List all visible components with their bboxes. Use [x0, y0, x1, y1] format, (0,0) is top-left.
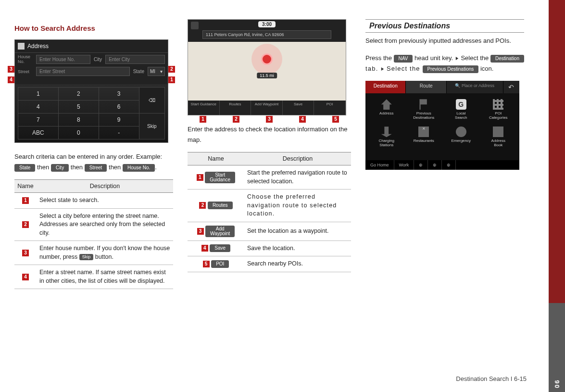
col2-th-desc: Description: [244, 152, 351, 165]
map-btn-poi[interactable]: POI: [314, 101, 346, 115]
prev-dest-steps: Press the NAV head unit key. Select the …: [365, 53, 524, 74]
m-row2-btn: Routes: [208, 202, 233, 209]
home-icon: [18, 43, 25, 50]
key-backspace[interactable]: ⌫: [139, 88, 164, 114]
page-footer: Destination Search I 6-15: [456, 375, 527, 382]
m-row2-num: 2: [199, 202, 206, 209]
callout-2: 2: [168, 66, 175, 73]
example-state-button: State: [14, 164, 35, 172]
tab-destination[interactable]: Destination: [365, 81, 405, 93]
flag-icon: [418, 99, 429, 110]
map-callout-4: 4: [299, 116, 306, 123]
row2-num: 2: [22, 221, 29, 228]
key-9[interactable]: 9: [99, 114, 139, 126]
home-icon: [381, 99, 392, 110]
nav-key-button: NAV: [394, 55, 413, 63]
callout-3: 3: [8, 66, 14, 73]
key-1[interactable]: 1: [18, 88, 59, 101]
bottom-add-3[interactable]: ⊕: [442, 160, 456, 170]
key-0[interactable]: 0: [58, 126, 99, 139]
key-8[interactable]: 8: [58, 114, 99, 126]
tab-route[interactable]: Route: [406, 81, 446, 93]
skip-button-ref: Skip: [79, 254, 94, 260]
m-row3-desc: Set the location as a waypoint.: [244, 222, 351, 240]
bottom-go-home[interactable]: Go Home: [365, 160, 394, 170]
grid-poi[interactable]: POI Categories: [480, 96, 517, 123]
book-icon: [493, 126, 503, 137]
previous-destinations-heading: Previous Destinations: [365, 19, 524, 33]
m-row3-num: 3: [197, 228, 204, 235]
row1-num: 1: [22, 197, 29, 204]
key-2[interactable]: 2: [58, 88, 99, 101]
grid-addressbook[interactable]: Address Book: [480, 124, 517, 150]
phone-icon: [456, 126, 466, 137]
page-side-rail: 06: [549, 0, 565, 392]
key-dash[interactable]: -: [99, 126, 139, 139]
grid-emergency[interactable]: Emergency: [443, 124, 479, 150]
row3-desc: Enter house number. If you don't know th…: [37, 241, 173, 265]
city-input[interactable]: Enter City: [105, 55, 165, 64]
grid-local[interactable]: GLocal Search: [443, 96, 479, 123]
map-address-bar: 111 Peters Canyon Rd, Irvine, CA 92606: [202, 30, 331, 39]
m-row5-desc: Search nearby POIs.: [244, 256, 351, 272]
chapter-number: 06: [553, 379, 561, 388]
m-row5-btn: POI: [211, 260, 229, 268]
m-row4-btn: Save: [210, 244, 230, 252]
row1-desc: Select state to search.: [37, 193, 173, 209]
grid-address[interactable]: Address: [368, 96, 405, 123]
map-preview-screenshot: 3:00 111 Peters Canyon Rd, Irvine, CA 92…: [188, 19, 346, 115]
back-button[interactable]: ↶: [503, 81, 519, 93]
key-5[interactable]: 5: [58, 101, 99, 114]
arrow-icon-2: [380, 67, 385, 71]
bottom-add-2[interactable]: ⊕: [428, 160, 442, 170]
map-callout-1: 1: [200, 116, 206, 123]
key-4[interactable]: 4: [18, 101, 59, 114]
key-abc[interactable]: ABC: [18, 126, 59, 139]
clock-display: 3:00: [258, 21, 276, 27]
state-dropdown[interactable]: MI ▾: [148, 67, 165, 76]
example-street-button: Street: [85, 164, 107, 172]
m-row2-desc: Choose the preferred navigation route to…: [244, 190, 351, 222]
grid-restaurants[interactable]: ✕Restaurants: [406, 124, 442, 150]
arrow-icon: [455, 56, 459, 61]
charging-icon: [381, 126, 392, 137]
map-callout-3: 3: [266, 116, 273, 123]
example-houseno-button: House No.: [123, 164, 155, 172]
prev-dest-intro: Select from previously inputted addresse…: [365, 36, 524, 46]
grid-charging[interactable]: Charging Stations: [368, 124, 405, 150]
map-caption: Enter the address to check the location …: [188, 124, 351, 145]
search-field[interactable]: 🔍 Place or Address: [447, 81, 503, 93]
row4-desc: Enter a street name. If same street name…: [37, 265, 173, 289]
house-no-input[interactable]: Enter House No.: [36, 55, 90, 64]
col2-th-name: Name: [188, 152, 244, 165]
grid-previous[interactable]: Previous Destinations: [406, 96, 442, 123]
map-callout-5: 5: [332, 116, 339, 123]
city-label: City: [92, 57, 103, 62]
address-entry-screenshot: 3 4 2 1 Address House No. Enter House No…: [14, 39, 168, 143]
map-btn-waypoint[interactable]: Add Waypoint: [251, 101, 283, 115]
search-order-intro: Search criteria can be entered in any or…: [14, 152, 173, 173]
callout-1: 1: [168, 76, 175, 83]
row3-num: 3: [22, 250, 29, 256]
bottom-add-1[interactable]: ⊕: [414, 160, 428, 170]
grid-icon: [493, 99, 503, 110]
map-btn-routes[interactable]: Routes: [220, 101, 251, 115]
bottom-work[interactable]: Work: [394, 160, 414, 170]
address-header-label: Address: [27, 43, 49, 50]
map-callout-2: 2: [233, 116, 239, 123]
row4-num: 4: [22, 274, 29, 280]
map-btn-save[interactable]: Save: [283, 101, 314, 115]
key-skip[interactable]: Skip: [139, 114, 164, 139]
key-3[interactable]: 3: [99, 88, 139, 101]
map-btn-start[interactable]: Start Guidance: [188, 101, 220, 115]
key-7[interactable]: 7: [18, 114, 59, 126]
street-input[interactable]: Enter Street: [36, 67, 130, 76]
m-row1-desc: Start the preferred navigation route to …: [244, 165, 351, 190]
row2-desc: Select a city before entering the street…: [37, 208, 173, 241]
destination-menu-screenshot: Destination Route 🔍 Place or Address ↶ A…: [365, 81, 519, 170]
fork-knife-icon: ✕: [418, 126, 429, 137]
key-6[interactable]: 6: [99, 101, 139, 114]
map-pin-icon: [261, 53, 273, 65]
example-city-button: City: [51, 164, 69, 172]
state-value: MI: [150, 69, 155, 74]
